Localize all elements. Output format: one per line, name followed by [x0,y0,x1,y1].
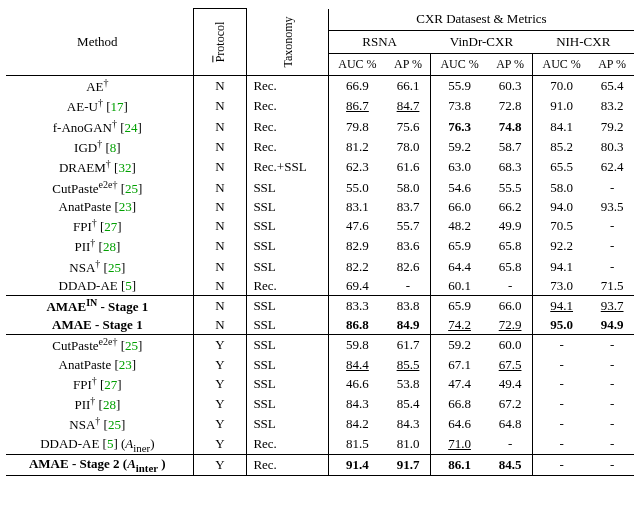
value-cell: 92.2 [533,236,591,256]
block-c: CutPastee2e† [25]YSSL59.861.759.260.0--A… [6,335,634,455]
table-container: Method Protocol Taxonomy CXR Datasest & … [0,0,640,496]
table-row: DDAD-AE [5] (Ainer)YRec.81.581.071.0--- [6,435,634,455]
value-cell: 55.5 [488,178,532,198]
table-row: AnatPaste [23]NSSL83.183.766.066.294.093… [6,198,634,216]
value-cell: 83.3 [328,295,386,316]
value-cell: 48.2 [430,216,488,236]
citation-link[interactable]: 28 [103,397,116,412]
method-cell: FPI† [27] [6,374,193,394]
table-row: FPI† [27]NSSL47.655.748.249.970.5- [6,216,634,236]
citation-link[interactable]: 8 [110,140,117,155]
value-cell: 71.5 [590,277,634,296]
value-cell: 49.4 [488,374,532,394]
value-cell: - [590,178,634,198]
table-row: CutPastee2e† [25]NSSL55.058.054.655.558.… [6,178,634,198]
value-cell: - [386,277,430,296]
value-cell: 70.5 [533,216,591,236]
citation-link[interactable]: 32 [118,161,131,176]
value-cell: - [533,414,591,434]
value-cell: 66.8 [430,394,488,414]
protocol-cell: N [193,236,247,256]
citation-link[interactable]: 25 [108,418,121,433]
citation-link[interactable]: 24 [125,120,138,135]
value-cell: 94.1 [533,295,591,316]
value-cell: 70.0 [533,76,591,97]
value-cell: 93.5 [590,198,634,216]
taxonomy-cell: SSL [247,198,328,216]
table-row: AMAEIN - Stage 1NSSL83.383.865.966.094.1… [6,295,634,316]
taxonomy-cell: SSL [247,178,328,198]
value-cell: 55.0 [328,178,386,198]
block-a: AE†NRec.66.966.155.960.370.065.4AE-U† [1… [6,76,634,296]
value-cell: 63.0 [430,157,488,177]
value-cell: - [533,374,591,394]
citation-link[interactable]: 23 [119,357,132,372]
citation-link[interactable]: 25 [125,339,138,354]
value-cell: 85.4 [386,394,430,414]
block-b: AMAEIN - Stage 1NSSL83.383.865.966.094.1… [6,295,634,334]
value-cell: 84.5 [488,455,532,476]
value-cell: 65.9 [430,295,488,316]
col-ds1: RSNA [328,31,430,54]
taxonomy-cell: Rec. [247,137,328,157]
citation-link[interactable]: 25 [108,260,121,275]
value-cell: 66.1 [386,76,430,97]
protocol-cell: Y [193,394,247,414]
protocol-cell: N [193,216,247,236]
col-auc2: AUC % [430,54,488,76]
value-cell: 65.9 [430,236,488,256]
value-cell: - [488,277,532,296]
value-cell: 81.2 [328,137,386,157]
table-row: PII† [28]YSSL84.385.466.867.2-- [6,394,634,414]
value-cell: 60.3 [488,76,532,97]
taxonomy-cell: Rec. [247,277,328,296]
col-ap2: AP % [488,54,532,76]
citation-link[interactable]: 27 [104,377,117,392]
taxonomy-cell: SSL [247,335,328,356]
citation-link[interactable]: 5 [125,278,132,293]
col-ds2: VinDr-CXR [430,31,532,54]
table-row: f-AnoGAN† [24]NRec.79.875.676.374.884.17… [6,117,634,137]
value-cell: 59.2 [430,335,488,356]
value-cell: 76.3 [430,117,488,137]
value-cell: 82.9 [328,236,386,256]
value-cell: 59.8 [328,335,386,356]
value-cell: 94.0 [533,198,591,216]
method-cell: FPI† [27] [6,216,193,236]
method-cell: CutPastee2e† [25] [6,335,193,356]
value-cell: 85.5 [386,356,430,374]
value-cell: 49.9 [488,216,532,236]
method-cell: CutPastee2e† [25] [6,178,193,198]
col-group: CXR Datasest & Metrics [328,9,634,31]
method-cell: AnatPaste [23] [6,356,193,374]
value-cell: 66.9 [328,76,386,97]
value-cell: 61.6 [386,157,430,177]
protocol-cell: N [193,198,247,216]
protocol-cell: N [193,137,247,157]
citation-link[interactable]: 23 [119,199,132,214]
value-cell: 62.4 [590,157,634,177]
protocol-cell: Y [193,435,247,455]
citation-link[interactable]: 17 [110,100,123,115]
method-cell: DDAD-AE [5] (Ainer) [6,435,193,455]
value-cell: 83.6 [386,236,430,256]
value-cell: 58.0 [533,178,591,198]
value-cell: - [590,374,634,394]
taxonomy-cell: Rec. [247,96,328,116]
value-cell: - [590,356,634,374]
method-cell: AE-U† [17] [6,96,193,116]
taxonomy-cell: Rec. [247,435,328,455]
block-d: AMAE - Stage 2 (Ainter )YRec.91.491.786.… [6,455,634,476]
value-cell: 64.6 [430,414,488,434]
value-cell: - [590,335,634,356]
value-cell: 84.2 [328,414,386,434]
citation-link[interactable]: 28 [103,240,116,255]
citation-link[interactable]: 25 [125,181,138,196]
method-cell: AE† [6,76,193,97]
value-cell: 80.3 [590,137,634,157]
value-cell: 47.6 [328,216,386,236]
citation-link[interactable]: 27 [104,219,117,234]
value-cell: 86.7 [328,96,386,116]
value-cell: 91.4 [328,455,386,476]
taxonomy-cell: SSL [247,356,328,374]
